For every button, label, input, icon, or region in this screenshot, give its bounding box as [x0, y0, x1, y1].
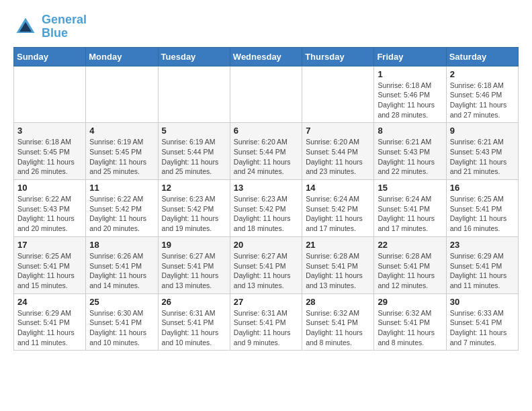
calendar-cell	[158, 66, 230, 123]
day-info: Sunrise: 6:26 AMSunset: 5:41 PMDaylight:…	[89, 251, 154, 291]
calendar-cell: 24Sunrise: 6:29 AMSunset: 5:41 PMDayligh…	[14, 293, 86, 351]
day-info: Sunrise: 6:22 AMSunset: 5:43 PMDaylight:…	[17, 194, 82, 234]
day-info: Sunrise: 6:28 AMSunset: 5:41 PMDaylight:…	[306, 251, 370, 291]
calendar-cell: 17Sunrise: 6:25 AMSunset: 5:41 PMDayligh…	[14, 236, 86, 293]
day-info: Sunrise: 6:25 AMSunset: 5:41 PMDaylight:…	[450, 194, 515, 234]
day-info: Sunrise: 6:24 AMSunset: 5:41 PMDaylight:…	[378, 194, 442, 234]
day-number: 12	[162, 183, 226, 193]
day-number: 8	[378, 126, 442, 136]
day-info: Sunrise: 6:27 AMSunset: 5:41 PMDaylight:…	[162, 251, 226, 291]
weekday-header-row: SundayMondayTuesdayWednesdayThursdayFrid…	[14, 47, 519, 66]
day-info: Sunrise: 6:25 AMSunset: 5:41 PMDaylight:…	[17, 251, 82, 291]
calendar-cell: 1Sunrise: 6:18 AMSunset: 5:46 PMDaylight…	[374, 66, 446, 123]
logo-icon	[13, 15, 38, 39]
day-number: 28	[306, 297, 370, 307]
day-number: 17	[17, 240, 82, 250]
day-info: Sunrise: 6:20 AMSunset: 5:44 PMDaylight:…	[306, 137, 370, 177]
calendar-cell	[14, 66, 86, 123]
calendar-cell: 16Sunrise: 6:25 AMSunset: 5:41 PMDayligh…	[446, 180, 518, 237]
day-number: 13	[234, 183, 298, 193]
calendar-week-row: 1Sunrise: 6:18 AMSunset: 5:46 PMDaylight…	[14, 66, 519, 123]
day-info: Sunrise: 6:18 AMSunset: 5:46 PMDaylight:…	[450, 81, 515, 120]
logo: General Blue	[13, 13, 87, 40]
day-number: 7	[306, 126, 370, 136]
calendar-cell: 12Sunrise: 6:23 AMSunset: 5:42 PMDayligh…	[158, 180, 230, 237]
day-info: Sunrise: 6:23 AMSunset: 5:42 PMDaylight:…	[162, 194, 226, 234]
day-info: Sunrise: 6:18 AMSunset: 5:45 PMDaylight:…	[17, 137, 82, 177]
day-number: 30	[450, 297, 515, 307]
calendar-cell: 14Sunrise: 6:24 AMSunset: 5:42 PMDayligh…	[302, 180, 374, 237]
calendar-body: 1Sunrise: 6:18 AMSunset: 5:46 PMDaylight…	[14, 66, 519, 351]
day-number: 14	[306, 183, 370, 193]
calendar-cell: 7Sunrise: 6:20 AMSunset: 5:44 PMDaylight…	[302, 123, 374, 180]
day-info: Sunrise: 6:21 AMSunset: 5:43 PMDaylight:…	[378, 137, 442, 177]
weekday-header-cell: Sunday	[14, 47, 86, 66]
day-info: Sunrise: 6:22 AMSunset: 5:42 PMDaylight:…	[89, 194, 154, 234]
calendar-cell: 3Sunrise: 6:18 AMSunset: 5:45 PMDaylight…	[14, 123, 86, 180]
calendar-cell	[230, 66, 302, 123]
day-info: Sunrise: 6:27 AMSunset: 5:41 PMDaylight:…	[234, 251, 298, 291]
calendar-cell: 9Sunrise: 6:21 AMSunset: 5:43 PMDaylight…	[446, 123, 518, 180]
day-info: Sunrise: 6:18 AMSunset: 5:46 PMDaylight:…	[378, 81, 442, 120]
day-number: 19	[162, 240, 226, 250]
weekday-header-cell: Saturday	[446, 47, 518, 66]
calendar-cell: 19Sunrise: 6:27 AMSunset: 5:41 PMDayligh…	[158, 236, 230, 293]
day-number: 29	[378, 297, 442, 307]
calendar-cell: 11Sunrise: 6:22 AMSunset: 5:42 PMDayligh…	[86, 180, 158, 237]
day-info: Sunrise: 6:32 AMSunset: 5:41 PMDaylight:…	[378, 308, 442, 348]
calendar-week-row: 10Sunrise: 6:22 AMSunset: 5:43 PMDayligh…	[14, 180, 519, 237]
calendar-cell: 29Sunrise: 6:32 AMSunset: 5:41 PMDayligh…	[374, 293, 446, 351]
calendar-week-row: 24Sunrise: 6:29 AMSunset: 5:41 PMDayligh…	[14, 293, 519, 351]
day-number: 18	[89, 240, 154, 250]
day-number: 6	[234, 126, 298, 136]
logo-text: General Blue	[42, 13, 87, 40]
day-info: Sunrise: 6:29 AMSunset: 5:41 PMDaylight:…	[450, 251, 515, 291]
day-number: 23	[450, 240, 515, 250]
page-header: General Blue	[13, 13, 519, 40]
day-number: 1	[378, 69, 442, 79]
calendar-cell: 25Sunrise: 6:30 AMSunset: 5:41 PMDayligh…	[86, 293, 158, 351]
day-info: Sunrise: 6:30 AMSunset: 5:41 PMDaylight:…	[89, 308, 154, 348]
weekday-header-cell: Thursday	[302, 47, 374, 66]
calendar-cell: 2Sunrise: 6:18 AMSunset: 5:46 PMDaylight…	[446, 66, 518, 123]
day-number: 24	[17, 297, 82, 307]
day-number: 25	[89, 297, 154, 307]
calendar-cell: 5Sunrise: 6:19 AMSunset: 5:44 PMDaylight…	[158, 123, 230, 180]
day-info: Sunrise: 6:19 AMSunset: 5:45 PMDaylight:…	[89, 137, 154, 177]
day-number: 2	[450, 69, 515, 79]
day-info: Sunrise: 6:32 AMSunset: 5:41 PMDaylight:…	[306, 308, 370, 348]
calendar-cell: 30Sunrise: 6:33 AMSunset: 5:41 PMDayligh…	[446, 293, 518, 351]
calendar-cell	[302, 66, 374, 123]
day-number: 22	[378, 240, 442, 250]
calendar-cell: 6Sunrise: 6:20 AMSunset: 5:44 PMDaylight…	[230, 123, 302, 180]
calendar-week-row: 17Sunrise: 6:25 AMSunset: 5:41 PMDayligh…	[14, 236, 519, 293]
day-info: Sunrise: 6:21 AMSunset: 5:43 PMDaylight:…	[450, 137, 515, 177]
calendar-cell: 10Sunrise: 6:22 AMSunset: 5:43 PMDayligh…	[14, 180, 86, 237]
day-info: Sunrise: 6:31 AMSunset: 5:41 PMDaylight:…	[162, 308, 226, 348]
calendar-cell: 18Sunrise: 6:26 AMSunset: 5:41 PMDayligh…	[86, 236, 158, 293]
calendar-cell: 23Sunrise: 6:29 AMSunset: 5:41 PMDayligh…	[446, 236, 518, 293]
day-number: 10	[17, 183, 82, 193]
weekday-header-cell: Tuesday	[158, 47, 230, 66]
day-number: 9	[450, 126, 515, 136]
calendar-cell: 8Sunrise: 6:21 AMSunset: 5:43 PMDaylight…	[374, 123, 446, 180]
weekday-header-cell: Wednesday	[230, 47, 302, 66]
weekday-header-cell: Friday	[374, 47, 446, 66]
day-number: 16	[450, 183, 515, 193]
calendar-cell: 15Sunrise: 6:24 AMSunset: 5:41 PMDayligh…	[374, 180, 446, 237]
day-number: 26	[162, 297, 226, 307]
weekday-header-cell: Monday	[86, 47, 158, 66]
day-info: Sunrise: 6:24 AMSunset: 5:42 PMDaylight:…	[306, 194, 370, 234]
day-info: Sunrise: 6:33 AMSunset: 5:41 PMDaylight:…	[450, 308, 515, 348]
calendar-table: SundayMondayTuesdayWednesdayThursdayFrid…	[13, 47, 519, 351]
day-info: Sunrise: 6:19 AMSunset: 5:44 PMDaylight:…	[162, 137, 226, 177]
calendar-cell: 22Sunrise: 6:28 AMSunset: 5:41 PMDayligh…	[374, 236, 446, 293]
day-number: 27	[234, 297, 298, 307]
day-info: Sunrise: 6:23 AMSunset: 5:42 PMDaylight:…	[234, 194, 298, 234]
day-info: Sunrise: 6:20 AMSunset: 5:44 PMDaylight:…	[234, 137, 298, 177]
calendar-cell: 21Sunrise: 6:28 AMSunset: 5:41 PMDayligh…	[302, 236, 374, 293]
calendar-cell	[86, 66, 158, 123]
calendar-cell: 4Sunrise: 6:19 AMSunset: 5:45 PMDaylight…	[86, 123, 158, 180]
calendar-cell: 13Sunrise: 6:23 AMSunset: 5:42 PMDayligh…	[230, 180, 302, 237]
calendar-cell: 26Sunrise: 6:31 AMSunset: 5:41 PMDayligh…	[158, 293, 230, 351]
